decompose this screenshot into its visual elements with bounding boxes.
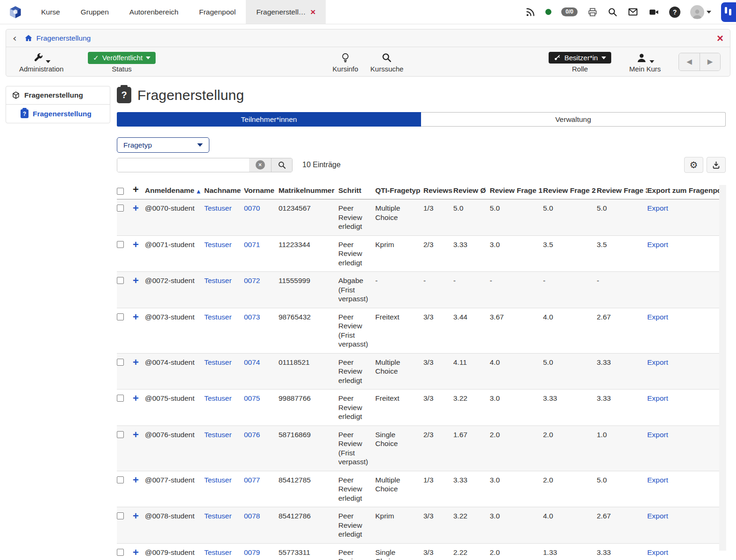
row-checkbox[interactable] <box>117 431 124 438</box>
role-button[interactable]: Besitzer*in <box>549 52 612 64</box>
add-row-icon[interactable]: + <box>133 276 139 285</box>
column-header-nachname[interactable]: Nachname <box>204 183 244 199</box>
column-header-avg[interactable]: Review Ø <box>453 183 490 199</box>
nav-tab-fragenpool[interactable]: Fragenpool <box>189 0 246 24</box>
add-row-icon[interactable]: + <box>133 430 139 439</box>
add-row-icon[interactable]: + <box>133 511 139 521</box>
clear-search-button[interactable]: × <box>249 158 271 172</box>
nav-tab-gruppen[interactable]: Gruppen <box>71 0 119 24</box>
vorname-link[interactable]: 0077 <box>244 476 260 484</box>
nav-tab-fragenerstell[interactable]: Fragenerstell…× <box>246 0 326 24</box>
mail-icon[interactable] <box>628 7 638 17</box>
tab-verwaltung[interactable]: Verwaltung <box>421 112 726 127</box>
export-link[interactable]: Export <box>647 548 668 556</box>
add-row-icon[interactable]: + <box>133 475 139 485</box>
vorname-link[interactable]: 0075 <box>244 394 260 402</box>
export-link[interactable]: Export <box>647 431 668 439</box>
add-row-icon[interactable]: + <box>133 394 139 403</box>
back-button[interactable]: ‹ <box>13 33 17 43</box>
fragetyp-dropdown[interactable]: Fragetyp <box>117 137 209 153</box>
column-header-qti[interactable]: QTI-Fragetyp <box>375 183 423 199</box>
nachname-link[interactable]: Testuser <box>204 476 232 484</box>
column-header-reviews[interactable]: Reviews <box>423 183 453 199</box>
column-header-anmeldename[interactable]: Anmeldename▲ <box>145 183 204 199</box>
add-all-icon[interactable]: + <box>133 185 139 194</box>
add-row-icon[interactable]: + <box>133 358 139 367</box>
row-checkbox[interactable] <box>117 359 124 366</box>
video-icon[interactable] <box>648 7 659 18</box>
counter-badge[interactable]: 0/0 <box>561 7 578 17</box>
export-link[interactable]: Export <box>647 241 668 248</box>
printer-icon[interactable] <box>587 7 598 17</box>
add-row-icon[interactable]: + <box>133 240 139 249</box>
vorname-link[interactable]: 0074 <box>244 358 260 366</box>
vorname-link[interactable]: 0071 <box>244 241 260 248</box>
user-menu[interactable] <box>690 5 711 19</box>
row-checkbox[interactable] <box>117 313 124 320</box>
row-checkbox[interactable] <box>117 205 124 212</box>
tab-teilnehmer-innen[interactable]: Teilnehmer*innen <box>117 112 421 127</box>
export-link[interactable]: Export <box>647 512 668 520</box>
vorname-link[interactable]: 0078 <box>244 512 260 520</box>
nachname-link[interactable]: Testuser <box>204 512 232 520</box>
column-header-export[interactable]: Export zum Fragenpool <box>647 183 726 199</box>
column-header-add[interactable]: + <box>133 183 145 199</box>
help-icon[interactable]: ? <box>669 7 680 18</box>
row-checkbox[interactable] <box>117 395 124 402</box>
download-button[interactable] <box>707 157 726 173</box>
nachname-link[interactable]: Testuser <box>204 276 232 284</box>
column-header-f1[interactable]: Review Frage 1 <box>490 183 543 199</box>
row-checkbox[interactable] <box>117 476 124 483</box>
breadcrumb-home-link[interactable]: Fragenerstellung <box>24 34 91 43</box>
vorname-link[interactable]: 0073 <box>244 313 260 321</box>
nav-tab-kurse[interactable]: Kurse <box>31 0 71 24</box>
tab-close-icon[interactable]: × <box>310 7 315 16</box>
search-input[interactable] <box>117 158 249 172</box>
column-header-schritt[interactable]: Schritt <box>338 183 375 199</box>
search-submit-button[interactable] <box>271 158 292 172</box>
vorname-link[interactable]: 0076 <box>244 431 260 439</box>
rss-icon[interactable] <box>525 7 536 17</box>
vorname-link[interactable]: 0079 <box>244 548 260 556</box>
column-header-vorname[interactable]: Vorname <box>244 183 279 199</box>
row-checkbox[interactable] <box>117 549 124 556</box>
close-icon[interactable]: × <box>717 33 723 44</box>
row-checkbox[interactable] <box>117 241 124 248</box>
nachname-link[interactable]: Testuser <box>204 241 232 248</box>
kursinfo-button[interactable]: Kursinfo <box>333 51 358 73</box>
next-button[interactable]: ▶ <box>700 53 720 71</box>
add-row-icon[interactable]: + <box>133 312 139 322</box>
nachname-link[interactable]: Testuser <box>204 204 232 212</box>
openolat-logo-icon[interactable] <box>0 0 31 24</box>
export-link[interactable]: Export <box>647 394 668 402</box>
column-header-f2[interactable]: Review Frage 2 <box>543 183 597 199</box>
nachname-link[interactable]: Testuser <box>204 548 232 556</box>
add-row-icon[interactable]: + <box>133 204 139 213</box>
column-header-matrikelnummer[interactable]: Matrikelnummer <box>279 183 338 199</box>
export-link[interactable]: Export <box>647 476 668 484</box>
add-row-icon[interactable]: + <box>133 548 139 557</box>
nachname-link[interactable]: Testuser <box>204 358 232 366</box>
nav-tab-autorenbereich[interactable]: Autorenbereich <box>119 0 189 24</box>
meinkurs-menu[interactable]: Mein Kurs <box>629 51 661 73</box>
support-button[interactable] <box>721 2 736 22</box>
table-settings-button[interactable]: ⚙ <box>684 157 703 173</box>
nachname-link[interactable]: Testuser <box>204 394 232 402</box>
row-checkbox[interactable] <box>117 512 124 519</box>
table-scrollbar[interactable] <box>719 185 726 551</box>
previous-button[interactable]: ◀ <box>679 53 700 71</box>
status-button[interactable]: ✓ Veröffentlicht <box>88 52 156 64</box>
nachname-link[interactable]: Testuser <box>204 431 232 439</box>
vorname-link[interactable]: 0070 <box>244 204 260 212</box>
export-link[interactable]: Export <box>647 204 668 212</box>
kurssuche-button[interactable]: Kurssuche <box>371 51 404 73</box>
select-all-checkbox[interactable] <box>117 188 124 195</box>
export-link[interactable]: Export <box>647 313 668 321</box>
sidebar-item-fragenerstellung-1[interactable]: ?Fragenerstellung <box>6 104 110 123</box>
vorname-link[interactable]: 0072 <box>244 276 260 284</box>
administration-menu[interactable]: Administration <box>19 51 64 73</box>
nachname-link[interactable]: Testuser <box>204 313 232 321</box>
column-header-f3[interactable]: Review Frage 3 <box>597 183 647 199</box>
export-link[interactable]: Export <box>647 358 668 366</box>
search-icon[interactable] <box>607 7 618 17</box>
